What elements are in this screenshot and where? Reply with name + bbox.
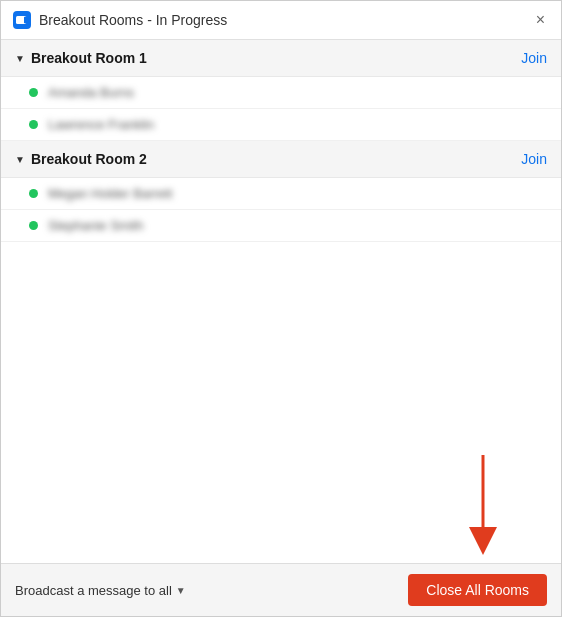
broadcast-label: Broadcast a message to all	[15, 583, 172, 598]
svg-marker-4	[469, 527, 497, 555]
breakout-rooms-window: Breakout Rooms - In Progress × ▼ Breakou…	[0, 0, 562, 617]
room-list: ▼ Breakout Room 1 Join Amanda Burns Lawr…	[1, 40, 561, 443]
footer-bar: Broadcast a message to all ▼ Close All R…	[1, 563, 561, 616]
room-1-header[interactable]: ▼ Breakout Room 1 Join	[1, 40, 561, 77]
participant-status-dot	[29, 189, 38, 198]
participant-name: Megan Holder Barrett	[48, 186, 172, 201]
room-1-join-button[interactable]: Join	[521, 50, 547, 66]
participant-status-dot	[29, 221, 38, 230]
window-title: Breakout Rooms - In Progress	[39, 12, 532, 28]
list-item: Stephanie Smith	[1, 210, 561, 242]
room-2-title: Breakout Room 2	[31, 151, 521, 167]
room-1-chevron: ▼	[15, 53, 25, 64]
close-button[interactable]: ×	[532, 9, 549, 31]
broadcast-button[interactable]: Broadcast a message to all ▼	[15, 583, 186, 598]
list-item: Megan Holder Barrett	[1, 178, 561, 210]
title-bar: Breakout Rooms - In Progress ×	[1, 1, 561, 40]
participant-name: Stephanie Smith	[48, 218, 143, 233]
participant-status-dot	[29, 88, 38, 97]
broadcast-chevron-icon: ▼	[176, 585, 186, 596]
room-1-title: Breakout Room 1	[31, 50, 521, 66]
room-2-chevron: ▼	[15, 154, 25, 165]
room-2-join-button[interactable]: Join	[521, 151, 547, 167]
close-all-rooms-button[interactable]: Close All Rooms	[408, 574, 547, 606]
participant-name: Lawrence Franklin	[48, 117, 154, 132]
list-item: Lawrence Franklin	[1, 109, 561, 141]
room-2-header[interactable]: ▼ Breakout Room 2 Join	[1, 141, 561, 178]
down-arrow-icon	[465, 455, 501, 555]
zoom-icon	[13, 11, 31, 29]
participant-name: Amanda Burns	[48, 85, 134, 100]
list-item: Amanda Burns	[1, 77, 561, 109]
arrow-annotation-area	[1, 443, 561, 563]
participant-status-dot	[29, 120, 38, 129]
